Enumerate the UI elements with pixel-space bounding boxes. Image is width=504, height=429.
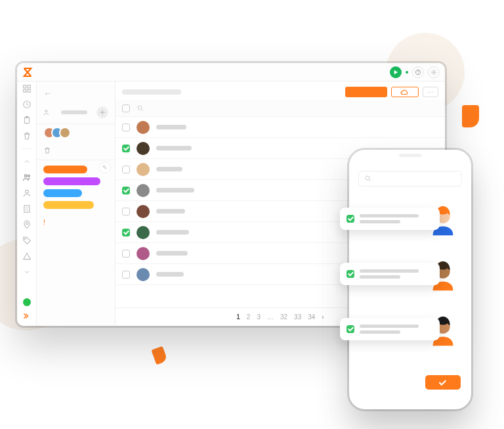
contact-text-placeholder bbox=[360, 269, 433, 279]
row-checkbox[interactable] bbox=[122, 124, 130, 131]
avatar bbox=[136, 268, 150, 281]
row-name-placeholder bbox=[156, 146, 192, 150]
warning-icon: ! bbox=[37, 218, 115, 226]
contact-chip[interactable] bbox=[340, 208, 440, 230]
avatar bbox=[136, 163, 150, 176]
contact-item[interactable] bbox=[358, 251, 462, 297]
back-button[interactable]: ← bbox=[37, 84, 115, 102]
row-checkbox[interactable] bbox=[122, 208, 130, 215]
row-name-placeholder bbox=[156, 272, 184, 277]
tag-list: ✎ bbox=[37, 160, 115, 218]
export-button[interactable] bbox=[391, 87, 419, 97]
avatar bbox=[136, 247, 150, 260]
panel-settings-button[interactable] bbox=[96, 106, 108, 118]
phone-notch bbox=[399, 154, 421, 157]
contact-text-placeholder bbox=[360, 214, 433, 223]
contact-item[interactable] bbox=[358, 306, 462, 352]
breadcrumb bbox=[122, 89, 181, 95]
svg-point-17 bbox=[102, 112, 104, 114]
svg-point-16 bbox=[45, 110, 47, 112]
avatar bbox=[136, 184, 150, 197]
users-icon[interactable] bbox=[22, 173, 32, 182]
page-number[interactable]: 3 bbox=[257, 313, 261, 321]
page-number[interactable]: 32 bbox=[280, 313, 287, 321]
svg-point-18 bbox=[138, 106, 142, 110]
page-number[interactable]: 1 bbox=[236, 313, 240, 321]
triangle-icon[interactable] bbox=[22, 252, 32, 261]
accent-shape bbox=[462, 105, 479, 127]
avatar bbox=[136, 121, 150, 134]
avatar bbox=[59, 127, 71, 139]
row-checkbox[interactable] bbox=[122, 145, 130, 152]
search-icon[interactable] bbox=[136, 104, 144, 112]
location-icon[interactable] bbox=[22, 220, 32, 229]
tag-item[interactable] bbox=[43, 177, 100, 185]
contact-checkbox[interactable] bbox=[346, 270, 354, 278]
presence-indicator bbox=[23, 298, 31, 306]
list-item[interactable] bbox=[116, 117, 445, 138]
panel-title-placeholder bbox=[61, 110, 87, 114]
user-icon[interactable] bbox=[22, 189, 32, 198]
trash-icon[interactable] bbox=[22, 131, 32, 141]
play-button[interactable] bbox=[390, 66, 402, 78]
accent-shape bbox=[151, 346, 167, 365]
avatar-stack[interactable] bbox=[37, 124, 115, 144]
page-number[interactable]: 2 bbox=[247, 313, 251, 321]
panel-trash[interactable] bbox=[37, 144, 115, 160]
next-page-icon[interactable]: › bbox=[322, 313, 324, 321]
tag-icon[interactable] bbox=[22, 236, 32, 245]
row-name-placeholder bbox=[156, 209, 185, 214]
clock-icon[interactable] bbox=[22, 100, 32, 109]
row-checkbox[interactable] bbox=[122, 271, 130, 279]
contact-checkbox[interactable] bbox=[346, 215, 354, 223]
row-checkbox[interactable] bbox=[122, 229, 130, 237]
help-button[interactable] bbox=[412, 66, 424, 78]
row-checkbox[interactable] bbox=[122, 250, 130, 258]
avatar bbox=[136, 205, 150, 218]
page-number[interactable]: 33 bbox=[294, 313, 301, 321]
select-all-checkbox[interactable] bbox=[122, 104, 130, 112]
grid-icon[interactable] bbox=[22, 84, 32, 93]
edit-tags-button[interactable]: ✎ bbox=[99, 162, 111, 173]
tag-item[interactable] bbox=[43, 166, 87, 173]
chevron-down-icon[interactable] bbox=[22, 267, 32, 277]
app-logo-icon bbox=[22, 67, 33, 78]
row-name-placeholder bbox=[156, 188, 194, 192]
svg-rect-5 bbox=[23, 89, 26, 92]
avatar bbox=[136, 226, 150, 239]
phone-search-input[interactable] bbox=[358, 171, 462, 187]
row-checkbox[interactable] bbox=[122, 187, 130, 194]
tag-item[interactable] bbox=[43, 189, 82, 197]
row-name-placeholder bbox=[156, 251, 188, 256]
primary-action-button[interactable] bbox=[345, 87, 387, 97]
settings-button[interactable] bbox=[428, 66, 440, 78]
svg-point-14 bbox=[26, 223, 28, 225]
row-checkbox[interactable] bbox=[122, 166, 130, 173]
svg-rect-6 bbox=[28, 89, 30, 92]
expand-icon[interactable] bbox=[22, 311, 32, 321]
contact-checkbox[interactable] bbox=[346, 325, 354, 333]
svg-rect-3 bbox=[23, 85, 26, 88]
filter-bar bbox=[116, 100, 445, 117]
nav-rail bbox=[17, 63, 37, 326]
chevron-up-icon[interactable] bbox=[22, 157, 32, 166]
contact-chip[interactable] bbox=[340, 263, 440, 285]
svg-point-19 bbox=[366, 176, 369, 180]
rail-separator bbox=[22, 148, 32, 149]
svg-point-12 bbox=[25, 190, 28, 193]
svg-rect-4 bbox=[28, 85, 30, 88]
contact-item[interactable] bbox=[358, 196, 462, 242]
building-icon[interactable] bbox=[22, 204, 32, 214]
svg-point-2 bbox=[433, 71, 435, 73]
contact-chip[interactable] bbox=[340, 318, 440, 340]
clipboard-icon[interactable] bbox=[22, 116, 32, 125]
side-panel: ← ✎ ! bbox=[37, 63, 116, 326]
page-number: … bbox=[267, 313, 274, 321]
more-button[interactable]: ⋯ bbox=[423, 87, 438, 97]
topbar bbox=[17, 63, 445, 81]
panel-header bbox=[37, 102, 115, 124]
tag-item[interactable] bbox=[43, 201, 94, 209]
phone-submit-button[interactable] bbox=[425, 375, 461, 390]
page-number[interactable]: 34 bbox=[308, 313, 315, 321]
svg-rect-13 bbox=[24, 206, 29, 213]
